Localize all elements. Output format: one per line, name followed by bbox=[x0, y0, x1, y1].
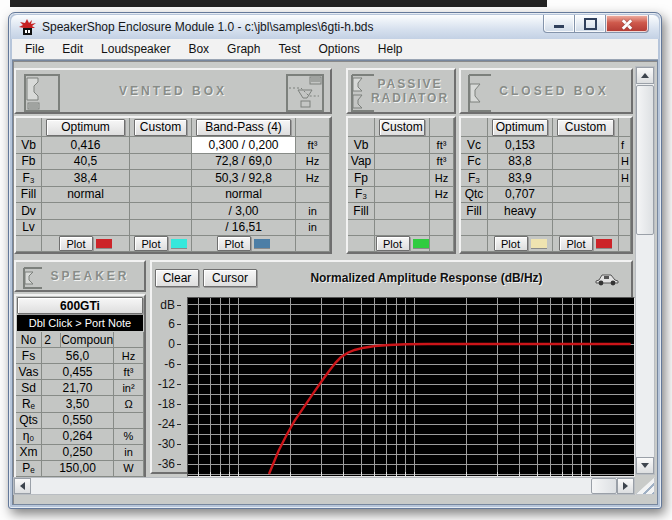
speaker-model-button[interactable]: 600GTi bbox=[17, 297, 143, 314]
value-cell[interactable] bbox=[375, 203, 430, 220]
vented-box-table: Optimum Custom Band-Pass (4) Vb 0,416 0,… bbox=[14, 116, 332, 254]
vented-optimum-button[interactable]: Optimum bbox=[46, 119, 125, 136]
scroll-up-button[interactable] bbox=[636, 67, 654, 84]
value-cell[interactable] bbox=[375, 170, 430, 187]
graph-plot[interactable] bbox=[187, 297, 635, 477]
value-cell-active[interactable]: 0,300 / 0,200 bbox=[192, 137, 296, 154]
menu-item-test[interactable]: Test bbox=[269, 40, 309, 58]
value-cell[interactable] bbox=[553, 170, 619, 187]
value-cell[interactable]: normal bbox=[192, 187, 296, 204]
value-cell[interactable]: 0,416 bbox=[42, 137, 130, 154]
scroll-down-button[interactable] bbox=[636, 457, 654, 474]
close-button[interactable] bbox=[606, 15, 649, 33]
vented-custom-button[interactable]: Custom bbox=[134, 119, 187, 136]
value-cell[interactable]: 0,250 bbox=[42, 445, 114, 461]
scroll-right-button[interactable] bbox=[617, 478, 634, 494]
plot-color-swatch bbox=[254, 239, 270, 248]
plot-button[interactable]: Plot bbox=[376, 236, 410, 251]
menu-item-edit[interactable]: Edit bbox=[53, 40, 92, 58]
value-cell[interactable]: 0,707 bbox=[488, 187, 553, 204]
plot-color-swatch bbox=[596, 239, 612, 248]
passive-custom-button[interactable]: Custom bbox=[379, 119, 425, 136]
value-cell[interactable]: 0,153 bbox=[488, 137, 553, 154]
value-cell[interactable] bbox=[42, 203, 130, 220]
value-cell[interactable] bbox=[130, 187, 192, 204]
value-cell[interactable]: 0,550 bbox=[42, 413, 114, 429]
row-label: Dv bbox=[16, 203, 42, 220]
y-axis-label: -36 bbox=[153, 457, 181, 471]
value-cell[interactable] bbox=[130, 137, 192, 154]
menu-item-options[interactable]: Options bbox=[309, 40, 368, 58]
vertical-scrollbar[interactable] bbox=[635, 66, 655, 475]
value-cell[interactable]: heavy bbox=[488, 203, 553, 220]
value-cell[interactable]: 3,50 bbox=[42, 396, 114, 412]
value-cell[interactable] bbox=[553, 203, 619, 220]
minimize-button[interactable] bbox=[543, 15, 575, 33]
plot-button[interactable]: Plot bbox=[559, 236, 593, 251]
value-cell[interactable]: 150,00 bbox=[42, 461, 114, 477]
value-cell[interactable] bbox=[130, 220, 192, 237]
plot-button[interactable]: Plot bbox=[134, 236, 168, 251]
scroll-left-button[interactable] bbox=[14, 478, 31, 494]
horizontal-scrollbar-thumb[interactable] bbox=[591, 478, 617, 494]
plot-button[interactable]: Plot bbox=[59, 236, 93, 251]
value-cell[interactable]: 56,0 bbox=[42, 348, 114, 364]
vented-box-header: VENTED BOX bbox=[14, 68, 332, 114]
value-cell[interactable] bbox=[130, 203, 192, 220]
value-cell[interactable] bbox=[130, 154, 192, 171]
menu-item-box[interactable]: Box bbox=[179, 40, 218, 58]
menu-item-help[interactable]: Help bbox=[369, 40, 412, 58]
row-label: η₀ bbox=[16, 429, 42, 445]
vented-bandpass-button[interactable]: Band-Pass (4) bbox=[196, 119, 291, 136]
unit-cell: in bbox=[296, 220, 330, 237]
value-cell[interactable]: 83,8 bbox=[488, 154, 553, 171]
row-label: Xm bbox=[16, 445, 42, 461]
value-cell[interactable]: 50,3 / 92,8 bbox=[192, 170, 296, 187]
value-cell[interactable] bbox=[42, 220, 130, 237]
value-cell[interactable] bbox=[130, 170, 192, 187]
closed-box-title: CLOSED BOX bbox=[499, 84, 608, 98]
value-cell[interactable]: 0,455 bbox=[42, 364, 114, 380]
closed-optimum-button[interactable]: Optimum bbox=[492, 119, 548, 136]
car-icon[interactable] bbox=[595, 273, 619, 286]
clear-button[interactable]: Clear bbox=[155, 269, 199, 287]
maximize-button[interactable] bbox=[575, 15, 606, 33]
value-cell[interactable]: 83,9 bbox=[488, 170, 553, 187]
value-cell[interactable]: 0,264 bbox=[42, 429, 114, 445]
passive-radiator-header: PASSIVE RADIATOR bbox=[346, 68, 456, 114]
y-axis-label: 6 bbox=[153, 317, 181, 331]
menu-item-graph[interactable]: Graph bbox=[218, 40, 269, 58]
value-cell[interactable]: 40,5 bbox=[42, 154, 130, 171]
value-cell[interactable] bbox=[375, 137, 430, 154]
horizontal-scrollbar[interactable] bbox=[13, 477, 635, 495]
menu-item-file[interactable]: File bbox=[16, 40, 53, 58]
value-cell[interactable] bbox=[553, 187, 619, 204]
row-label: Fill bbox=[461, 203, 488, 220]
unit-cell: % bbox=[114, 429, 144, 445]
unit-cell bbox=[430, 203, 454, 220]
value-cell[interactable] bbox=[375, 187, 430, 204]
value-cell[interactable]: 38,4 bbox=[42, 170, 130, 187]
port-note-bar[interactable]: Dbl Click > Port Note bbox=[17, 315, 143, 331]
closed-custom-button[interactable]: Custom bbox=[557, 119, 614, 136]
vertical-scrollbar-thumb[interactable] bbox=[636, 85, 654, 235]
cursor-button[interactable]: Cursor bbox=[203, 269, 257, 287]
plot-button[interactable]: Plot bbox=[494, 236, 528, 251]
value-cell[interactable]: 72,8 / 69,0 bbox=[192, 154, 296, 171]
value-cell[interactable] bbox=[553, 154, 619, 171]
resize-grip[interactable] bbox=[635, 477, 655, 495]
value-cell[interactable]: normal bbox=[42, 187, 130, 204]
unit-cell: in bbox=[114, 445, 144, 461]
menu-item-loudspeaker[interactable]: Loudspeaker bbox=[92, 40, 179, 58]
value-cell[interactable]: 2 bbox=[42, 333, 61, 347]
value-cell[interactable]: / 16,51 bbox=[192, 220, 296, 237]
vented-box-title: VENTED BOX bbox=[119, 84, 227, 98]
value-cell[interactable]: 21,70 bbox=[42, 380, 114, 396]
row-label: F₃ bbox=[461, 170, 488, 187]
value-cell[interactable]: / 3,00 bbox=[192, 203, 296, 220]
plot-button[interactable]: Plot bbox=[217, 236, 251, 251]
value-cell[interactable]: Compound bbox=[61, 333, 114, 347]
titlebar[interactable]: SpeakerShop Enclosure Module 1.0 - c:\jb… bbox=[11, 15, 659, 39]
value-cell[interactable] bbox=[375, 154, 430, 171]
value-cell[interactable] bbox=[553, 137, 619, 154]
